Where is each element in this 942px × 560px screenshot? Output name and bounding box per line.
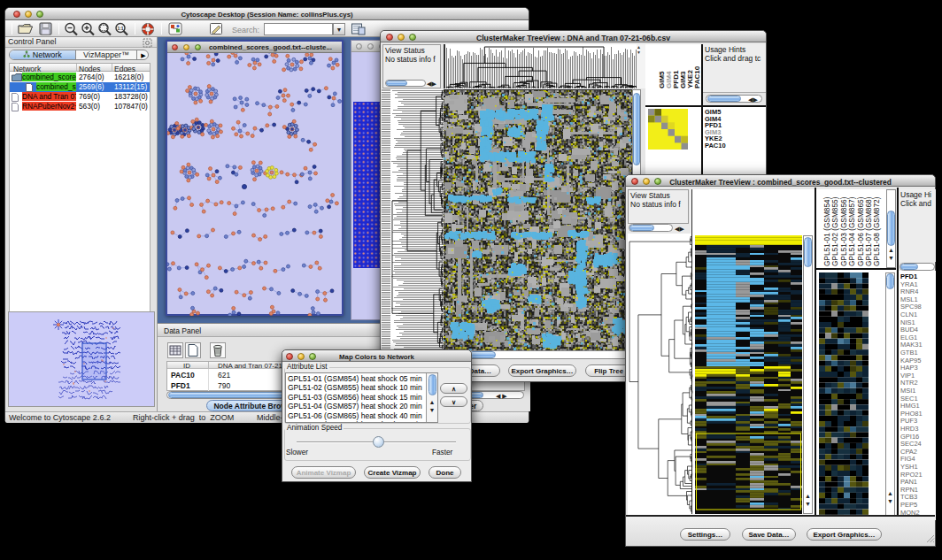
svg-text:1:1: 1:1 <box>117 26 123 31</box>
